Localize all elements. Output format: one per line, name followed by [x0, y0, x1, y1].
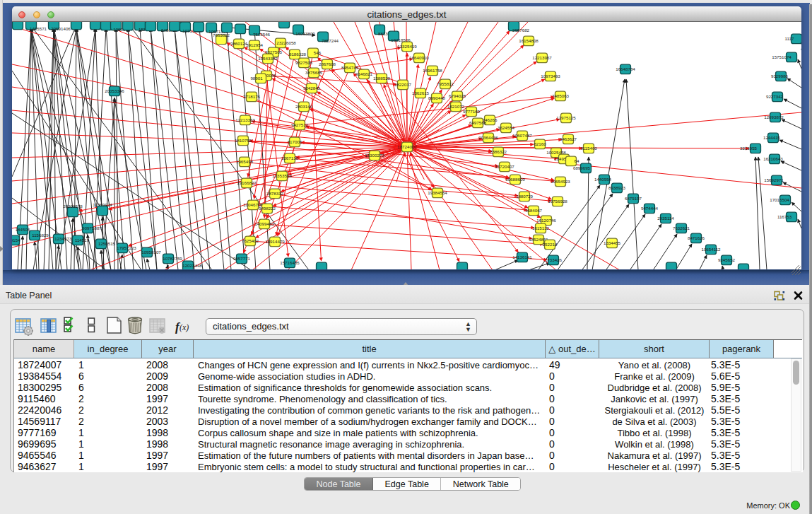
svg-text:9860124: 9860124 [230, 41, 248, 46]
svg-text:12353594: 12353594 [272, 173, 292, 178]
svg-text:8938923: 8938923 [608, 185, 626, 190]
svg-text:12213363: 12213363 [235, 117, 255, 122]
svg-text:23226058: 23226058 [276, 40, 296, 45]
svg-text:(x): (x) [180, 322, 189, 332]
svg-text:1615132: 1615132 [532, 226, 550, 230]
svg-text:6497568: 6497568 [469, 120, 487, 125]
svg-text:8454749: 8454749 [341, 65, 359, 70]
svg-text:20364436: 20364436 [478, 135, 498, 140]
svg-text:15300273: 15300273 [365, 153, 384, 158]
svg-text:2803144: 2803144 [295, 104, 313, 109]
svg-text:1588520: 1588520 [373, 76, 391, 81]
svg-text:9427512: 9427512 [291, 122, 309, 127]
svg-text:17957223: 17957223 [117, 245, 136, 250]
svg-text:1405571: 1405571 [30, 26, 47, 31]
svg-text:62160: 62160 [534, 141, 546, 146]
svg-text:1880729: 1880729 [516, 194, 534, 199]
svg-text:16120746: 16120746 [536, 218, 556, 223]
svg-text:12342737: 12342737 [54, 236, 74, 241]
svg-text:14136141: 14136141 [512, 255, 532, 259]
svg-text:13325419: 13325419 [397, 44, 417, 49]
svg-text:17359924: 17359924 [93, 202, 112, 207]
svg-text:7386322: 7386322 [490, 149, 507, 154]
svg-text:9146821: 9146821 [355, 71, 373, 76]
svg-text:546: 546 [314, 50, 322, 55]
svg-text:9684067: 9684067 [525, 208, 543, 213]
svg-text:10973493: 10973493 [541, 74, 560, 78]
svg-text:17016504: 17016504 [770, 197, 789, 202]
svg-text:1810755: 1810755 [235, 138, 252, 143]
svg-text:7515546: 7515546 [253, 32, 271, 37]
svg-text:6879197: 6879197 [625, 196, 642, 201]
svg-text:12975125: 12975125 [556, 115, 576, 120]
svg-text:3267130: 3267130 [281, 156, 299, 160]
svg-text:15716485: 15716485 [280, 260, 300, 265]
svg-text:7485063: 7485063 [552, 93, 570, 98]
svg-text:12023448: 12023448 [182, 263, 202, 268]
svg-text:19384554: 19384554 [428, 190, 447, 195]
svg-text:16961758: 16961758 [423, 68, 442, 73]
svg-text:2867608: 2867608 [319, 62, 336, 66]
svg-text:9777169: 9777169 [463, 109, 481, 114]
svg-text:64: 64 [575, 158, 579, 163]
svg-text:8471626: 8471626 [688, 235, 705, 240]
svg-text:15692971: 15692971 [764, 177, 784, 182]
svg-text:39154: 39154 [12, 238, 20, 243]
svg-text:7625402: 7625402 [242, 238, 259, 243]
svg-text:184506: 184506 [16, 227, 30, 232]
svg-text:26206578: 26206578 [63, 204, 83, 209]
svg-text:14099483: 14099483 [254, 221, 274, 226]
svg-text:18724007: 18724007 [397, 144, 417, 149]
svg-text:7663822: 7663822 [213, 33, 230, 37]
svg-text:3912954: 3912954 [246, 42, 264, 47]
svg-text:90975887: 90975887 [82, 226, 102, 230]
svg-text:10958107: 10958107 [141, 250, 161, 255]
svg-text:1244415: 1244415 [763, 135, 781, 140]
svg-text:19756928: 19756928 [548, 199, 567, 204]
svg-text:1362615: 1362615 [412, 90, 430, 95]
svg-text:10654112: 10654112 [701, 247, 721, 252]
svg-text:9329986: 9329986 [771, 74, 789, 78]
svg-text:10654923: 10654923 [551, 179, 570, 184]
svg-text:3624554: 3624554 [498, 125, 515, 130]
svg-text:3878332: 3878332 [266, 191, 284, 196]
svg-text:9474444: 9474444 [641, 206, 659, 211]
svg-text:9463627: 9463627 [560, 136, 577, 141]
svg-text:9327508: 9327508 [295, 60, 313, 65]
svg-text:8990448: 8990448 [428, 95, 446, 100]
svg-text:817006: 817006 [288, 139, 302, 144]
svg-text:19166827: 19166827 [237, 180, 257, 185]
svg-text:1156829: 1156829 [32, 233, 49, 238]
svg-text:7955812: 7955812 [437, 81, 454, 86]
svg-text:9227342: 9227342 [766, 94, 784, 99]
svg-text:15751074: 15751074 [772, 54, 792, 59]
svg-text:3215955: 3215955 [740, 146, 758, 151]
svg-text:1733426: 1733426 [545, 257, 563, 262]
svg-text:10782759: 10782759 [163, 256, 182, 261]
svg-text:10607487: 10607487 [512, 133, 532, 138]
svg-text:9242845: 9242845 [303, 86, 321, 90]
svg-text:3875685: 3875685 [305, 70, 323, 75]
svg-text:12213967: 12213967 [532, 55, 552, 60]
svg-text:9498222: 9498222 [259, 206, 276, 211]
svg-text:16914479: 16914479 [265, 239, 285, 244]
svg-text:2718176: 2718176 [243, 94, 261, 99]
svg-text:20053346: 20053346 [105, 88, 124, 93]
svg-text:8186328: 8186328 [289, 52, 307, 57]
svg-text:9245652: 9245652 [718, 257, 736, 262]
svg-text:16640910: 16640910 [409, 55, 429, 60]
svg-text:1440954: 1440954 [594, 177, 612, 182]
svg-text:7857244: 7857244 [322, 38, 339, 43]
svg-text:1334455: 1334455 [604, 240, 621, 245]
svg-text:6899695: 6899695 [573, 165, 591, 170]
svg-text:1250515: 1250515 [98, 241, 116, 246]
svg-text:16210643: 16210643 [763, 156, 783, 161]
svg-text:16033809: 16033809 [295, 31, 315, 36]
svg-text:6794028: 6794028 [449, 93, 466, 98]
svg-text:1965498: 1965498 [236, 159, 254, 164]
svg-text:2935114: 2935114 [657, 216, 674, 221]
svg-text:1621072: 1621072 [447, 104, 465, 109]
svg-text:114519: 114519 [75, 238, 90, 243]
svg-text:9657771: 9657771 [233, 256, 251, 261]
svg-text:252214: 252214 [543, 242, 558, 247]
